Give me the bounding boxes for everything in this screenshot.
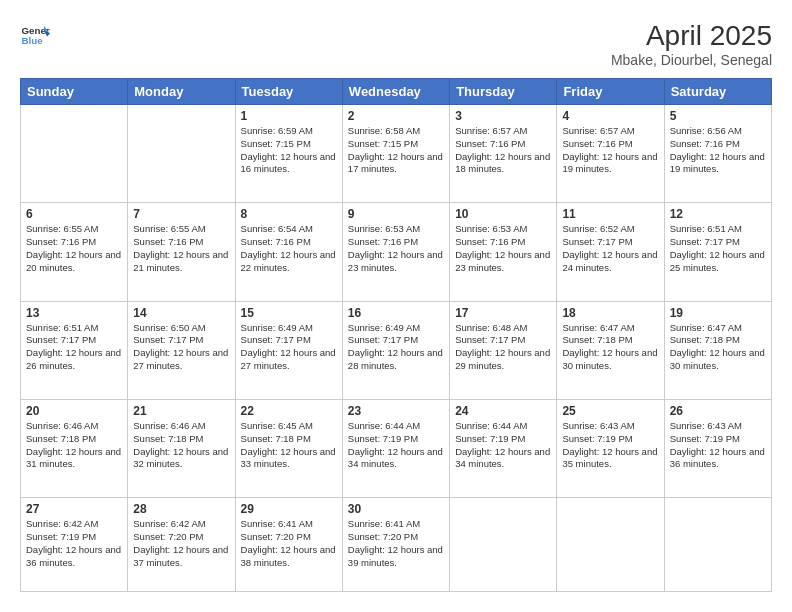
table-row: 5Sunrise: 6:56 AM Sunset: 7:16 PM Daylig… — [664, 105, 771, 203]
table-row: 8Sunrise: 6:54 AM Sunset: 7:16 PM Daylig… — [235, 203, 342, 301]
day-number: 27 — [26, 502, 122, 516]
page: General Blue April 2025 Mbake, Diourbel,… — [0, 0, 792, 612]
day-number: 7 — [133, 207, 229, 221]
day-number: 15 — [241, 306, 337, 320]
day-info: Sunrise: 6:44 AM Sunset: 7:19 PM Dayligh… — [455, 420, 551, 471]
day-number: 5 — [670, 109, 766, 123]
day-number: 26 — [670, 404, 766, 418]
day-info: Sunrise: 6:47 AM Sunset: 7:18 PM Dayligh… — [670, 322, 766, 373]
day-info: Sunrise: 6:55 AM Sunset: 7:16 PM Dayligh… — [133, 223, 229, 274]
day-number: 13 — [26, 306, 122, 320]
table-row: 18Sunrise: 6:47 AM Sunset: 7:18 PM Dayli… — [557, 301, 664, 399]
header: General Blue April 2025 Mbake, Diourbel,… — [20, 20, 772, 68]
day-info: Sunrise: 6:46 AM Sunset: 7:18 PM Dayligh… — [133, 420, 229, 471]
table-row — [21, 105, 128, 203]
table-row: 30Sunrise: 6:41 AM Sunset: 7:20 PM Dayli… — [342, 498, 449, 592]
day-info: Sunrise: 6:41 AM Sunset: 7:20 PM Dayligh… — [241, 518, 337, 569]
day-info: Sunrise: 6:42 AM Sunset: 7:19 PM Dayligh… — [26, 518, 122, 569]
table-row — [450, 498, 557, 592]
calendar-header-row: Sunday Monday Tuesday Wednesday Thursday… — [21, 79, 772, 105]
day-number: 2 — [348, 109, 444, 123]
table-row — [664, 498, 771, 592]
table-row: 4Sunrise: 6:57 AM Sunset: 7:16 PM Daylig… — [557, 105, 664, 203]
day-info: Sunrise: 6:57 AM Sunset: 7:16 PM Dayligh… — [455, 125, 551, 176]
month-year: April 2025 — [611, 20, 772, 52]
table-row: 27Sunrise: 6:42 AM Sunset: 7:19 PM Dayli… — [21, 498, 128, 592]
day-info: Sunrise: 6:43 AM Sunset: 7:19 PM Dayligh… — [670, 420, 766, 471]
title-block: April 2025 Mbake, Diourbel, Senegal — [611, 20, 772, 68]
table-row: 14Sunrise: 6:50 AM Sunset: 7:17 PM Dayli… — [128, 301, 235, 399]
col-tuesday: Tuesday — [235, 79, 342, 105]
day-info: Sunrise: 6:53 AM Sunset: 7:16 PM Dayligh… — [348, 223, 444, 274]
day-number: 30 — [348, 502, 444, 516]
day-info: Sunrise: 6:56 AM Sunset: 7:16 PM Dayligh… — [670, 125, 766, 176]
table-row: 22Sunrise: 6:45 AM Sunset: 7:18 PM Dayli… — [235, 399, 342, 497]
table-row: 17Sunrise: 6:48 AM Sunset: 7:17 PM Dayli… — [450, 301, 557, 399]
day-number: 14 — [133, 306, 229, 320]
day-number: 9 — [348, 207, 444, 221]
table-row: 15Sunrise: 6:49 AM Sunset: 7:17 PM Dayli… — [235, 301, 342, 399]
col-thursday: Thursday — [450, 79, 557, 105]
day-number: 28 — [133, 502, 229, 516]
day-info: Sunrise: 6:42 AM Sunset: 7:20 PM Dayligh… — [133, 518, 229, 569]
day-number: 29 — [241, 502, 337, 516]
day-info: Sunrise: 6:55 AM Sunset: 7:16 PM Dayligh… — [26, 223, 122, 274]
day-number: 24 — [455, 404, 551, 418]
day-number: 10 — [455, 207, 551, 221]
table-row: 3Sunrise: 6:57 AM Sunset: 7:16 PM Daylig… — [450, 105, 557, 203]
table-row — [128, 105, 235, 203]
day-number: 19 — [670, 306, 766, 320]
table-row: 24Sunrise: 6:44 AM Sunset: 7:19 PM Dayli… — [450, 399, 557, 497]
table-row: 26Sunrise: 6:43 AM Sunset: 7:19 PM Dayli… — [664, 399, 771, 497]
day-info: Sunrise: 6:57 AM Sunset: 7:16 PM Dayligh… — [562, 125, 658, 176]
day-number: 25 — [562, 404, 658, 418]
logo-icon: General Blue — [20, 20, 50, 50]
table-row: 1Sunrise: 6:59 AM Sunset: 7:15 PM Daylig… — [235, 105, 342, 203]
table-row: 20Sunrise: 6:46 AM Sunset: 7:18 PM Dayli… — [21, 399, 128, 497]
day-info: Sunrise: 6:46 AM Sunset: 7:18 PM Dayligh… — [26, 420, 122, 471]
day-number: 8 — [241, 207, 337, 221]
location: Mbake, Diourbel, Senegal — [611, 52, 772, 68]
col-monday: Monday — [128, 79, 235, 105]
table-row: 2Sunrise: 6:58 AM Sunset: 7:15 PM Daylig… — [342, 105, 449, 203]
table-row: 11Sunrise: 6:52 AM Sunset: 7:17 PM Dayli… — [557, 203, 664, 301]
calendar-table: Sunday Monday Tuesday Wednesday Thursday… — [20, 78, 772, 592]
table-row: 13Sunrise: 6:51 AM Sunset: 7:17 PM Dayli… — [21, 301, 128, 399]
logo: General Blue — [20, 20, 50, 50]
day-number: 4 — [562, 109, 658, 123]
day-number: 21 — [133, 404, 229, 418]
col-wednesday: Wednesday — [342, 79, 449, 105]
day-info: Sunrise: 6:52 AM Sunset: 7:17 PM Dayligh… — [562, 223, 658, 274]
day-info: Sunrise: 6:51 AM Sunset: 7:17 PM Dayligh… — [670, 223, 766, 274]
day-info: Sunrise: 6:47 AM Sunset: 7:18 PM Dayligh… — [562, 322, 658, 373]
day-number: 23 — [348, 404, 444, 418]
day-info: Sunrise: 6:51 AM Sunset: 7:17 PM Dayligh… — [26, 322, 122, 373]
day-info: Sunrise: 6:59 AM Sunset: 7:15 PM Dayligh… — [241, 125, 337, 176]
day-info: Sunrise: 6:49 AM Sunset: 7:17 PM Dayligh… — [241, 322, 337, 373]
day-number: 3 — [455, 109, 551, 123]
table-row: 7Sunrise: 6:55 AM Sunset: 7:16 PM Daylig… — [128, 203, 235, 301]
day-info: Sunrise: 6:49 AM Sunset: 7:17 PM Dayligh… — [348, 322, 444, 373]
table-row: 6Sunrise: 6:55 AM Sunset: 7:16 PM Daylig… — [21, 203, 128, 301]
col-saturday: Saturday — [664, 79, 771, 105]
day-info: Sunrise: 6:50 AM Sunset: 7:17 PM Dayligh… — [133, 322, 229, 373]
day-number: 1 — [241, 109, 337, 123]
table-row: 23Sunrise: 6:44 AM Sunset: 7:19 PM Dayli… — [342, 399, 449, 497]
col-sunday: Sunday — [21, 79, 128, 105]
day-info: Sunrise: 6:45 AM Sunset: 7:18 PM Dayligh… — [241, 420, 337, 471]
day-info: Sunrise: 6:54 AM Sunset: 7:16 PM Dayligh… — [241, 223, 337, 274]
table-row: 9Sunrise: 6:53 AM Sunset: 7:16 PM Daylig… — [342, 203, 449, 301]
table-row: 21Sunrise: 6:46 AM Sunset: 7:18 PM Dayli… — [128, 399, 235, 497]
table-row — [557, 498, 664, 592]
svg-text:Blue: Blue — [22, 35, 44, 46]
day-number: 6 — [26, 207, 122, 221]
day-number: 17 — [455, 306, 551, 320]
day-info: Sunrise: 6:53 AM Sunset: 7:16 PM Dayligh… — [455, 223, 551, 274]
day-number: 22 — [241, 404, 337, 418]
day-number: 12 — [670, 207, 766, 221]
table-row: 10Sunrise: 6:53 AM Sunset: 7:16 PM Dayli… — [450, 203, 557, 301]
table-row: 28Sunrise: 6:42 AM Sunset: 7:20 PM Dayli… — [128, 498, 235, 592]
day-info: Sunrise: 6:58 AM Sunset: 7:15 PM Dayligh… — [348, 125, 444, 176]
day-number: 11 — [562, 207, 658, 221]
table-row: 19Sunrise: 6:47 AM Sunset: 7:18 PM Dayli… — [664, 301, 771, 399]
